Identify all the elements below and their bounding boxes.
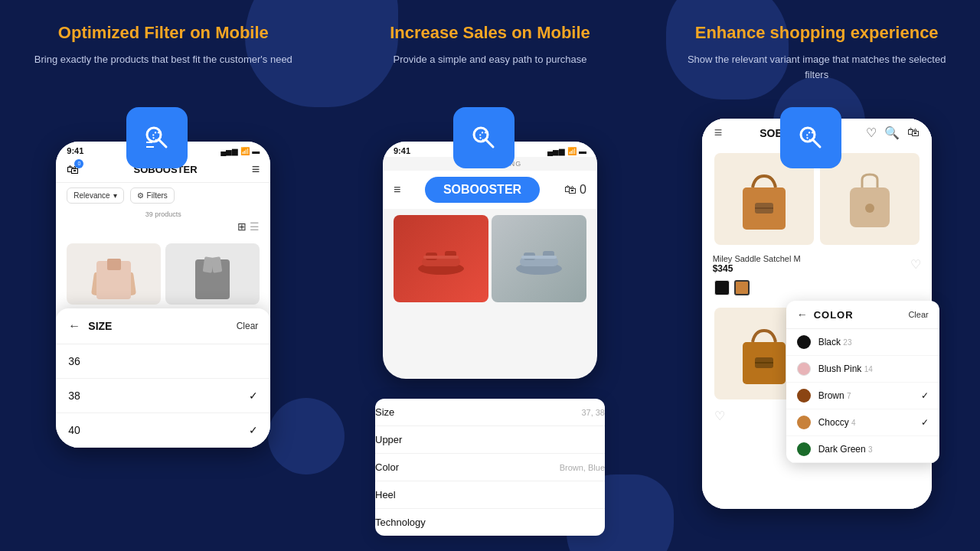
list-view-icon[interactable]: ☰ <box>250 220 260 233</box>
color-name-blushpink: Blush Pink 14 <box>818 364 929 374</box>
color-item-blushpink[interactable]: Blush Pink 14 <box>786 356 939 383</box>
size-row-upper: Upper <box>375 426 605 454</box>
hamburger-icon-3[interactable]: ≡ <box>714 125 723 141</box>
column-2: Increase Sales on Mobile Provide a simpl… <box>327 0 654 551</box>
size-item-36[interactable]: 36 <box>56 344 270 379</box>
signal-icon: ▄▅▆ <box>220 147 238 155</box>
filters-label: Filters <box>147 191 168 200</box>
phone2-icons: ▄▅▆ 📶 ▬ <box>547 147 586 155</box>
filter-icon: ⚙ <box>137 191 144 200</box>
col2-title: Increase Sales on Mobile <box>374 23 606 43</box>
column-3: Enhance shopping experience Show the rel… <box>653 0 980 551</box>
product-count: 39 products <box>56 208 270 220</box>
bag-info: Miley Saddle Satchel M $345 ♡ <box>702 251 932 277</box>
filters-button[interactable]: ⚙ Filters <box>130 187 175 204</box>
search-filter-icon <box>140 121 174 155</box>
main-layout: Optimized Filter on Mobile Bring exactly… <box>0 0 980 551</box>
grid-view-icon[interactable]: ⊞ <box>237 220 247 233</box>
phone2-shoes <box>383 209 597 308</box>
size-row-technology: Technology <box>375 509 605 536</box>
sobooster-logo: SOBOOSTER <box>425 177 540 203</box>
size-header: ← SIZE Clear <box>56 308 270 344</box>
size-row-color-value: Brown, Blue <box>560 463 605 472</box>
color-panel-header: ← COLOR Clear <box>786 301 939 329</box>
color-dot-darkgreen <box>797 442 811 456</box>
phone1-icons: ▄▅▆ 📶 ▬ <box>220 147 260 155</box>
chevron-icon: ▾ <box>113 191 117 200</box>
size-item-40[interactable]: 40 ✓ <box>56 413 270 448</box>
bag1-svg <box>733 161 795 237</box>
jacket-image <box>93 249 135 299</box>
size-clear-button[interactable]: Clear <box>237 321 259 331</box>
color-name-darkgreen: Dark Green 3 <box>818 444 929 455</box>
color-clear-button[interactable]: Clear <box>908 310 928 319</box>
size-row-color-label: Color <box>375 461 399 473</box>
color-item-brown[interactable]: Brown 7 ✓ <box>786 383 939 409</box>
color-dot-brown <box>797 389 811 403</box>
blue-sandal-svg <box>512 242 566 276</box>
color-panel-title: COLOR <box>814 309 854 321</box>
battery-icon-2: ▬ <box>579 147 586 155</box>
col2-desc: Provide a simple and easy path to purcha… <box>371 52 610 67</box>
cart-icon-2[interactable]: 🛍 0 <box>564 183 586 197</box>
size-row-heel: Heel <box>375 481 605 509</box>
size-item-38[interactable]: 38 ✓ <box>56 379 270 413</box>
wifi-icon-2: 📶 <box>567 147 577 155</box>
swatch-black[interactable] <box>714 280 730 295</box>
color-dot-black <box>797 335 811 349</box>
bag-price: $345 <box>713 263 801 274</box>
relevance-select[interactable]: Relevance ▾ <box>67 187 123 204</box>
wifi-icon: 📶 <box>240 147 250 155</box>
size-back-button[interactable]: ← <box>68 319 80 333</box>
size-row-heel-label: Heel <box>375 489 396 500</box>
size-value-38: 38 <box>68 390 80 402</box>
color-item-choccy[interactable]: Choccy 4 ✓ <box>786 409 939 436</box>
brown-check: ✓ <box>921 390 929 401</box>
phone1-time: 9:41 <box>67 146 83 155</box>
color-name-brown: Brown 7 <box>818 390 913 401</box>
color-item-darkgreen[interactable]: Dark Green 3 <box>786 436 939 463</box>
size-row-technology-label: Technology <box>375 517 426 528</box>
svg-rect-17 <box>521 256 557 259</box>
color-item-black[interactable]: Black 23 <box>786 329 939 356</box>
color-header-left: ← COLOR <box>797 308 854 321</box>
hamburger-icon: ≡ <box>252 161 260 178</box>
product-thumb-2 <box>165 243 260 305</box>
view-icons: ⊞ ☰ <box>56 220 270 237</box>
relevance-label: Relevance <box>74 191 109 200</box>
col3-desc: Show the relevant variant image that mat… <box>653 52 980 82</box>
cart-icon-top[interactable]: 🛍 <box>907 126 920 140</box>
size-row-size-value: 37, 38 <box>581 408 605 417</box>
col1-title: Optimized Filter on Mobile <box>43 23 284 43</box>
color-back-button[interactable]: ← <box>797 308 808 321</box>
col1-desc: Bring exactly the products that best fit… <box>11 52 315 67</box>
bag3-heart[interactable]: ♡ <box>714 409 725 423</box>
bag-heart-icon[interactable]: ♡ <box>910 257 921 272</box>
phone2-nav: ≡ SOBOOSTER 🛍 0 <box>383 171 597 209</box>
size-check-38: ✓ <box>249 390 258 402</box>
swatch-brown[interactable] <box>734 280 750 295</box>
search-filter-icon-3 <box>794 121 828 155</box>
color-dot-blushpink <box>797 362 811 376</box>
color-name-black: Black 23 <box>818 337 929 347</box>
hamburger-icon-2[interactable]: ≡ <box>394 183 400 197</box>
bag-name-price: Miley Saddle Satchel M $345 <box>713 254 801 274</box>
heart-icon-top[interactable]: ♡ <box>866 126 877 140</box>
phone3-icons: ♡ 🔍 🛍 <box>866 126 920 140</box>
size-card: Size 37, 38 Upper Color Brown, Blue Heel… <box>375 399 605 536</box>
size-row-size-label: Size <box>375 406 394 418</box>
phone1-filter-bar: Relevance ▾ ⚙ Filters <box>56 183 270 208</box>
search-icon-top[interactable]: 🔍 <box>884 126 900 140</box>
size-value-36: 36 <box>68 355 80 367</box>
bag2-svg <box>839 161 900 237</box>
col2-icon-badge <box>453 107 514 168</box>
bag-color-swatches <box>702 277 932 298</box>
bag-name: Miley Saddle Satchel M <box>713 254 801 263</box>
size-panel-title: SIZE <box>88 320 236 332</box>
phone2-time: 9:41 <box>394 146 410 155</box>
size-row-size: Size 37, 38 <box>375 399 605 426</box>
col1-phone: 9:41 ▄▅▆ 📶 ▬ 🛍 0 SOBOOSTER ≡ Releva <box>56 142 270 448</box>
size-check-40: ✓ <box>249 424 258 436</box>
shoe-blue <box>492 215 586 302</box>
shoe-red <box>394 215 488 302</box>
